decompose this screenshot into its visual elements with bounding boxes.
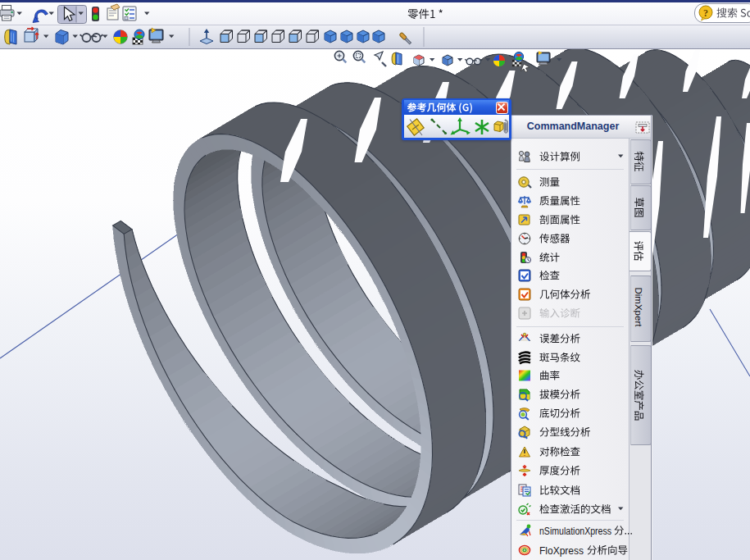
svg-text:DimXpert: DimXpert	[634, 288, 643, 328]
svg-text:FloXpress: FloXpress	[539, 545, 584, 557]
svg-text:nSimulationXpress: nSimulationXpress	[539, 526, 611, 537]
